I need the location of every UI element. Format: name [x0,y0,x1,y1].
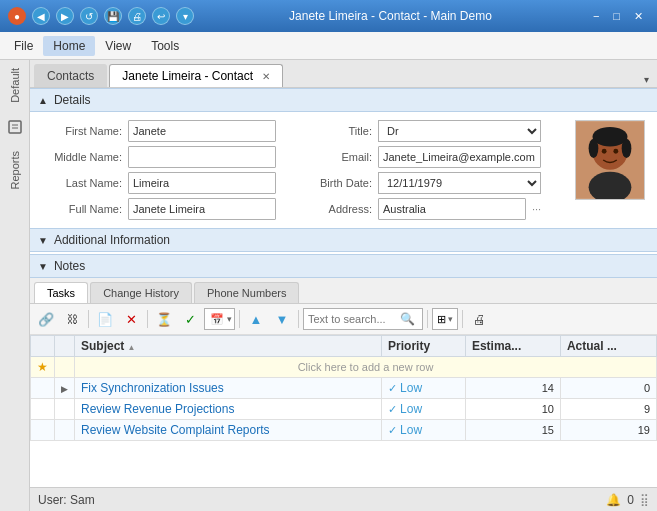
details-section-label: Details [54,93,91,107]
estimate-cell: 15 [465,420,560,441]
scroll-up-button[interactable]: ▲ [244,307,268,331]
table-row: Review Website Complaint Reports Low 15 … [31,420,657,441]
notes-section-header[interactable]: ▼ Notes [30,254,657,278]
middle-name-label: Middle Name: [42,151,122,163]
row-expand-icon[interactable]: ▶ [61,384,68,394]
print-button[interactable]: 🖨 [128,7,146,25]
user-label: User: Sam [38,493,95,507]
email-label: Email: [292,151,372,163]
svg-point-10 [613,149,618,154]
birth-date-select[interactable]: 12/11/1979 [378,172,541,194]
confirm-button[interactable]: ✓ [178,307,202,331]
additional-info-toggle-icon: ▼ [38,235,48,246]
main-layout: Default Reports Contacts Janete Limeira … [0,60,657,511]
menu-view[interactable]: View [95,36,141,56]
scroll-down-button[interactable]: ▼ [270,307,294,331]
tab-contacts[interactable]: Contacts [34,64,107,87]
estimate-cell: 10 [465,399,560,420]
window-buttons[interactable]: − □ ✕ [587,8,649,25]
full-name-row: Full Name: [42,198,276,220]
grid-toolbar: 🔗 ⛓ 📄 ✕ ⏳ ✓ 📅 ▾ ▲ ▼ [30,304,657,335]
save-button[interactable]: 💾 [104,7,122,25]
tasks-grid: Subject Priority Estima... Actual ... [30,335,657,441]
last-name-input[interactable] [128,172,276,194]
toolbar-divider-6 [462,310,463,328]
table-row: Review Revenue Projections Low 10 9 [31,399,657,420]
undo-button[interactable]: ↩ [152,7,170,25]
layout-button[interactable]: ⊞ ▾ [432,308,458,330]
form-col-right: Title: Dr Mr Ms Email: Birt [292,120,541,220]
title-select[interactable]: Dr Mr Ms [378,120,541,142]
undo-dropdown-button[interactable]: ▾ [176,7,194,25]
additional-info-section-header[interactable]: ▼ Additional Information [30,228,657,252]
address-more-button[interactable]: ··· [532,203,541,215]
first-name-input[interactable] [128,120,276,142]
title-label: Title: [292,125,372,137]
reload-button[interactable]: ↺ [80,7,98,25]
sidebar-reports-icon[interactable] [3,115,27,139]
toolbar-divider-2 [147,310,148,328]
full-name-label: Full Name: [42,203,122,215]
col-actual-header[interactable]: Actual ... [560,336,656,357]
col-subject-header[interactable]: Subject [75,336,382,357]
middle-name-input[interactable] [128,146,276,168]
add-row[interactable]: ★ Click here to add a new row [31,357,657,378]
new-record-button[interactable]: 📄 [93,307,117,331]
add-row-star: ★ [37,360,48,374]
address-input[interactable] [378,198,526,220]
filter-button[interactable]: ⏳ [152,307,176,331]
toolbar-divider-4 [298,310,299,328]
title-row: Title: Dr Mr Ms [292,120,541,142]
search-box[interactable]: 🔍 [303,308,423,330]
full-name-input[interactable] [128,198,276,220]
actual-cell: 19 [560,420,656,441]
menu-tools[interactable]: Tools [141,36,189,56]
add-row-label[interactable]: Click here to add a new row [75,357,657,378]
search-input[interactable] [308,313,398,325]
notes-label: Notes [54,259,85,273]
delete-record-button[interactable]: ✕ [119,307,143,331]
maximize-button[interactable]: □ [607,8,626,25]
col-estimate-header[interactable]: Estima... [465,336,560,357]
priority-badge: Low [388,381,422,395]
subject-link[interactable]: Review Revenue Projections [81,402,234,416]
col-priority-header[interactable]: Priority [382,336,466,357]
window-controls[interactable]: ● ◀ ▶ ↺ 💾 🖨 ↩ ▾ [8,7,194,25]
sidebar-reports-label[interactable]: Reports [9,143,21,198]
close-button[interactable]: ✕ [628,8,649,25]
tab-tasks[interactable]: Tasks [34,282,88,303]
contact-photo [575,120,645,200]
print-grid-button[interactable]: 🖨 [467,307,491,331]
tab-close-icon[interactable]: ✕ [262,71,270,82]
tab-change-history[interactable]: Change History [90,282,192,303]
tab-phone-numbers[interactable]: Phone Numbers [194,282,300,303]
nav-back-button[interactable]: ◀ [32,7,50,25]
calendar-button[interactable]: 📅 [207,309,227,329]
col-star-header [31,336,55,357]
window-title: Janete Limeira - Contact - Main Demo [194,9,587,23]
middle-name-row: Middle Name: [42,146,276,168]
calendar-dropdown-icon[interactable]: ▾ [227,314,232,324]
toolbar-divider-3 [239,310,240,328]
minimize-button[interactable]: − [587,8,605,25]
layout-dropdown-icon[interactable]: ▾ [448,314,453,324]
subject-link[interactable]: Review Website Complaint Reports [81,423,270,437]
menu-home[interactable]: Home [43,36,95,56]
menu-file[interactable]: File [4,36,43,56]
nav-forward-button[interactable]: ▶ [56,7,74,25]
estimate-cell: 14 [465,378,560,399]
link-button[interactable]: 🔗 [34,307,58,331]
close-app-button[interactable]: ● [8,7,26,25]
subject-link[interactable]: Fix Synchronization Issues [81,381,224,395]
calendar-group[interactable]: 📅 ▾ [204,308,235,330]
email-input[interactable] [378,146,541,168]
tab-scroll-arrow[interactable]: ▾ [640,72,653,87]
details-section-header[interactable]: ▲ Details [30,88,657,112]
sidebar-default-label[interactable]: Default [9,60,21,111]
col-expand-header [55,336,75,357]
svg-rect-0 [9,121,21,133]
content-area: Contacts Janete Limeira - Contact ✕ ▾ ▲ … [30,60,657,511]
unlink-button[interactable]: ⛓ [60,307,84,331]
priority-badge: Low [388,402,422,416]
tab-contact-detail[interactable]: Janete Limeira - Contact ✕ [109,64,283,87]
